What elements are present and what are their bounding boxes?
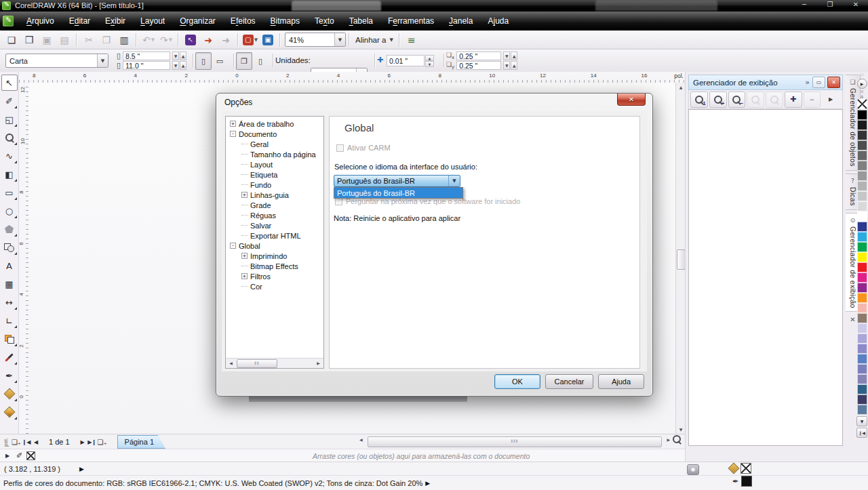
duplicate-distance-y-field[interactable]: 0.25 " (456, 61, 501, 70)
fill-none-swatch[interactable] (741, 463, 751, 474)
snap-to-dropdown[interactable]: Alinhar a ▼ (353, 36, 396, 44)
crop-tool[interactable]: ◱ (1, 111, 18, 127)
application-launcher-icon[interactable]: ▢▼ (242, 33, 258, 47)
rectangle-tool[interactable]: ▭ (1, 184, 18, 201)
palette-swatch[interactable] (857, 110, 867, 120)
palette-swatch[interactable] (857, 384, 867, 394)
expand-icon[interactable]: + (241, 253, 248, 259)
palette-swatch[interactable] (857, 344, 867, 354)
expand-icon[interactable]: + (241, 273, 248, 279)
add-view-button[interactable]: ✚ (785, 91, 802, 108)
palette-swatch[interactable] (857, 303, 867, 313)
zoom-to-selected-button[interactable] (747, 91, 764, 108)
carm-checkbox[interactable]: Ativar CARM (336, 144, 391, 152)
palette-swatch[interactable] (857, 394, 867, 405)
tree-item-área-de-trabalho[interactable]: +Área de trabalho (226, 119, 323, 129)
palette-flyout-icon[interactable]: ▶ (3, 453, 12, 459)
new-document-icon[interactable]: ❏ (3, 33, 20, 47)
palette-swatch[interactable] (857, 181, 867, 191)
scroll-right-icon[interactable]: ▶ (667, 437, 670, 442)
eyedropper-icon[interactable]: ✐ (16, 451, 22, 460)
ruler-units-icon[interactable]: pol. (3, 436, 9, 447)
zoom-to-page-button[interactable] (766, 91, 783, 108)
palette-swatch[interactable] (857, 323, 867, 333)
current-page-button[interactable]: ▯ (252, 52, 269, 70)
scroll-right-icon[interactable]: ▶ (314, 359, 323, 367)
palette-swatch[interactable] (857, 171, 867, 181)
tree-item-salvar[interactable]: Salvar (226, 220, 323, 230)
fill-tool[interactable] (1, 386, 18, 402)
tree-item-tamanho-da-página[interactable]: Tamanho da página (226, 149, 323, 159)
zoom-tool[interactable] (1, 129, 18, 146)
language-combo[interactable]: Português do Brasil-BR ▼ (334, 175, 460, 187)
portrait-button[interactable]: ▯ (195, 52, 212, 70)
polygon-tool[interactable] (1, 221, 18, 237)
palette-swatch[interactable] (857, 130, 867, 140)
shape-tool[interactable]: ✐ (1, 93, 18, 109)
pick-tool[interactable]: ↖ (1, 75, 18, 91)
welcome-screen-icon[interactable]: ▣ (260, 33, 276, 47)
duplicate-distance-x-field[interactable]: 0.25 " (456, 52, 501, 60)
color-eyedropper-tool[interactable] (1, 349, 18, 365)
collapse-icon[interactable]: - (230, 243, 236, 249)
cancel-button[interactable]: Cancelar (545, 374, 593, 389)
chevron-down-icon[interactable]: ▼ (97, 54, 108, 67)
landscape-button[interactable]: ▭ (212, 52, 228, 70)
zoom-in-button[interactable]: + (709, 91, 727, 108)
last-page-icon[interactable]: ▶❙ (87, 439, 97, 445)
palette-scroll-down-icon[interactable]: ▼ (856, 416, 867, 426)
delete-view-button[interactable]: − (804, 91, 821, 108)
tree-horizontal-scrollbar[interactable]: ◀ ⦀⦀ ▶ (226, 358, 323, 368)
copy-icon[interactable]: ❐ (98, 33, 115, 47)
all-pages-button[interactable]: ❐ (236, 52, 252, 70)
help-button[interactable]: Ajuda (598, 374, 644, 389)
tree-item-fundo[interactable]: Fundo (226, 180, 323, 190)
nudge-field[interactable]: 0.01 " (387, 55, 425, 66)
next-page-icon[interactable]: ▶ (78, 439, 87, 445)
tree-item-imprimindo[interactable]: +Imprimindo (226, 251, 323, 261)
drop-shadow-tool[interactable] (1, 331, 18, 347)
tree-item-filtros[interactable]: +Filtros (226, 271, 323, 281)
tree-item-etiqueta[interactable]: Etiqueta (226, 169, 323, 180)
tree-item-geral[interactable]: Geral (226, 139, 323, 149)
duplicate-y-spinner[interactable]: ▼▲ (503, 61, 517, 70)
palette-swatch[interactable] (857, 232, 867, 242)
first-page-icon[interactable]: ❙◀ (22, 439, 31, 445)
palette-flyout-icon[interactable]: ▶ (857, 79, 867, 89)
palette-swatch[interactable] (857, 272, 867, 283)
tree-item-exportar-html[interactable]: Exportar HTML (226, 230, 323, 241)
search-replace-icon[interactable]: ↖ (182, 33, 199, 47)
tree-item-bitmap-effects[interactable]: Bitmap Effects (226, 261, 323, 271)
expand-icon[interactable]: + (230, 121, 236, 127)
undo-icon[interactable]: ↶▼ (140, 33, 157, 47)
basic-shapes-tool[interactable] (1, 239, 18, 256)
menu-tabela[interactable]: Tabela (342, 14, 380, 28)
dimension-tool[interactable]: ↔ (1, 294, 18, 310)
scroll-up-icon[interactable]: ▲ (676, 83, 686, 91)
palette-expand-icon[interactable]: ❙◀ (856, 428, 867, 438)
options-icon[interactable]: ≡ (403, 33, 420, 47)
horizontal-scrollbar[interactable]: ◀ ⦀⦀⦀ ▶ (359, 436, 670, 447)
view-manager-list[interactable] (688, 109, 843, 446)
scroll-left-icon[interactable]: ◀ (359, 437, 363, 442)
palette-swatch[interactable] (857, 222, 867, 232)
export-icon[interactable]: ➜ (218, 33, 234, 47)
navigator-icon[interactable] (673, 435, 681, 443)
menu-exibir[interactable]: Exibir (98, 14, 133, 28)
tree-item-global[interactable]: -Global (226, 241, 323, 251)
scroll-left-icon[interactable]: ◀ (226, 359, 235, 367)
palette-swatch[interactable] (857, 374, 867, 384)
menu-ajuda[interactable]: Ajuda (480, 14, 516, 28)
cut-icon[interactable]: ✂ (81, 33, 97, 47)
paste-icon[interactable]: ▥ (116, 33, 132, 47)
menu-texto[interactable]: Texto (307, 14, 342, 28)
docker-chevron-icon[interactable]: » (805, 78, 810, 87)
palette-grip[interactable]: ∷ (856, 73, 868, 78)
palette-swatch[interactable] (857, 242, 867, 252)
zoom-level-combo[interactable]: 41% ▼ (285, 33, 346, 47)
palette-swatch[interactable] (857, 293, 867, 303)
palette-swatch[interactable] (857, 313, 867, 323)
tree-item-cor[interactable]: Cor (226, 281, 323, 291)
zoom-one-shot-button[interactable]: 1 (690, 91, 708, 108)
palette-swatch[interactable] (857, 191, 867, 201)
